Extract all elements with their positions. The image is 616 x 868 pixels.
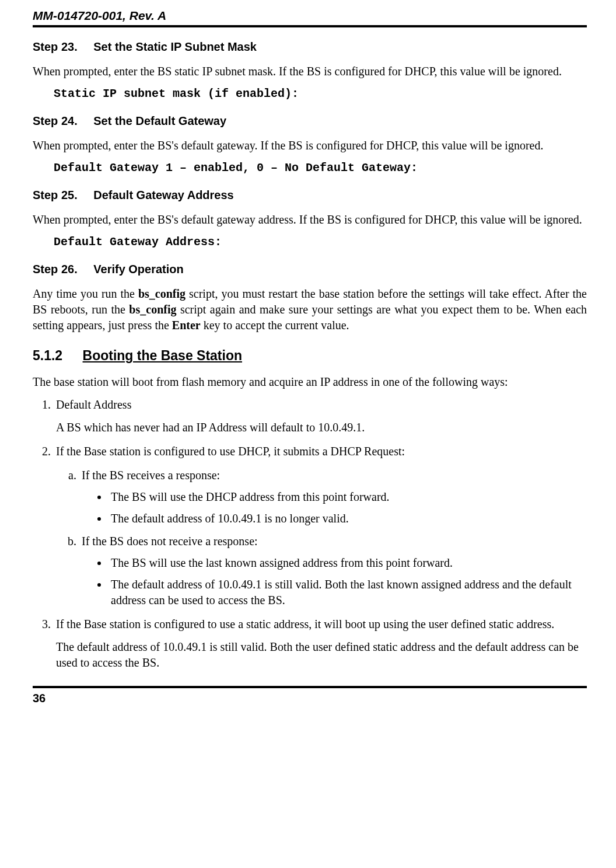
section-heading: 5.1.2 Booting the Base Station (33, 347, 587, 365)
bullet-list: The BS will use the DHCP address from th… (82, 489, 587, 527)
step-label: Step 24. (33, 113, 78, 128)
list-item-title: If the BS does not receive a response: (82, 535, 258, 548)
list-item: The BS will use the last known assigned … (108, 555, 587, 571)
step-26-body: Any time you run the bs_config script, y… (33, 286, 587, 333)
step-25-heading: Step 25. Default Gateway Address (33, 187, 587, 203)
step-23-code: Static IP subnet mask (if enabled): (54, 86, 587, 102)
list-item-title: If the Base station is configured to use… (56, 618, 554, 630)
step-title: Default Gateway Address (93, 187, 233, 203)
section-title: Booting the Base Station (83, 347, 242, 365)
step-label: Step 23. (33, 39, 78, 54)
list-item-title: Default Address (56, 398, 131, 411)
header-rule (33, 25, 587, 27)
step-title: Verify Operation (93, 262, 184, 277)
step-25-body: When prompted, enter the BS's default ga… (33, 212, 587, 228)
step-23-body: When prompted, enter the BS static IP su… (33, 64, 587, 79)
list-item: If the BS receives a response: The BS wi… (79, 468, 587, 527)
numbered-list: Default Address A BS which has never had… (33, 397, 587, 671)
step-23-heading: Step 23. Set the Static IP Subnet Mask (33, 39, 587, 54)
page: MM-014720-001, Rev. A Step 23. Set the S… (0, 0, 616, 723)
step-24-code: Default Gateway 1 – enabled, 0 – No Defa… (54, 161, 587, 176)
alpha-list: If the BS receives a response: The BS wi… (56, 468, 587, 608)
step-label: Step 25. (33, 187, 78, 203)
list-item: The default address of 10.0.49.1 is no l… (108, 511, 587, 527)
section-intro: The base station will boot from flash me… (33, 374, 587, 390)
step-25-code: Default Gateway Address: (54, 235, 587, 250)
list-item: If the BS does not receive a response: T… (79, 534, 587, 608)
list-item-body: A BS which has never had an IP Address w… (56, 420, 587, 435)
bullet-list: The BS will use the last known assigned … (82, 555, 587, 608)
list-item: The default address of 10.0.49.1 is stil… (108, 577, 587, 608)
list-item: If the Base station is configured to use… (54, 616, 587, 671)
step-24-body: When prompted, enter the BS's default ga… (33, 138, 587, 154)
list-item-body: The default address of 10.0.49.1 is stil… (56, 639, 587, 671)
list-item-title: If the BS receives a response: (82, 469, 220, 482)
section-number: 5.1.2 (33, 347, 62, 365)
step-24-heading: Step 24. Set the Default Gateway (33, 113, 587, 128)
step-title: Set the Default Gateway (93, 113, 226, 128)
page-number: 36 (33, 692, 587, 705)
doc-header: MM-014720-001, Rev. A (33, 8, 587, 24)
step-title: Set the Static IP Subnet Mask (93, 39, 257, 54)
list-item: Default Address A BS which has never had… (54, 397, 587, 435)
step-26-heading: Step 26. Verify Operation (33, 262, 587, 277)
step-label: Step 26. (33, 262, 78, 277)
list-item: The BS will use the DHCP address from th… (108, 489, 587, 505)
list-item: If the Base station is configured to use… (54, 444, 587, 608)
footer-rule (33, 686, 587, 688)
list-item-title: If the Base station is configured to use… (56, 445, 405, 458)
